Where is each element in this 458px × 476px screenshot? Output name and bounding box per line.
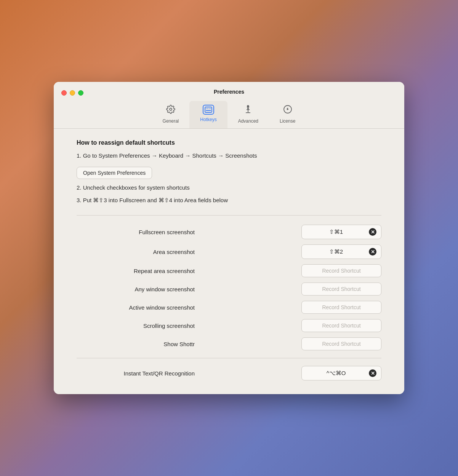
tab-hotkeys[interactable]: Hotkeys [189,101,227,128]
clear-text-qr-button[interactable]: ✕ [369,369,376,377]
tab-advanced-label: Advanced [238,118,258,124]
shortcut-label-text-qr: Instant Text/QR Recognition [77,370,206,377]
shortcut-placeholder-any-window: Record Shortcut [306,286,376,292]
shortcut-input-repeat-area[interactable]: Record Shortcut [301,264,381,277]
shortcut-value-fullscreen: ⇧⌘1 [306,228,366,235]
section-divider-2 [77,358,381,358]
instruction-step-3: 3. Put ⌘⇧3 into Fullscreen and ⌘⇧4 into … [77,196,381,205]
microscope-icon [243,105,253,116]
shortcut-row-repeat-area: Repeat area screenshot Record Shortcut [77,264,381,277]
gear-icon [166,105,175,116]
shortcut-row-any-window: Any window screenshot Record Shortcut [77,283,381,296]
shortcut-input-show-shottr[interactable]: Record Shortcut [301,337,381,350]
tab-general[interactable]: General [152,101,190,128]
shortcut-placeholder-show-shottr: Record Shortcut [306,341,376,347]
shortcut-input-active-window[interactable]: Record Shortcut [301,301,381,314]
shortcut-placeholder-scrolling: Record Shortcut [306,323,376,329]
instruction-step-1: 1. Go to System Preferences → Keyboard →… [77,152,381,160]
shortcut-row-show-shottr: Show Shottr Record Shortcut [77,337,381,350]
instruction-step-2: 2. Uncheck checkboxes for system shortcu… [77,184,381,192]
preferences-window: Preferences General [54,82,404,395]
shortcut-row-fullscreen: Fullscreen screenshot ⇧⌘1 ✕ [77,225,381,239]
shortcut-input-text-qr[interactable]: ^⌥⌘O ✕ [301,366,381,380]
svg-text:$: $ [287,107,288,111]
shortcut-input-any-window[interactable]: Record Shortcut [301,283,381,296]
shortcut-row-scrolling: Scrolling screenshot Record Shortcut [77,319,381,332]
shortcut-label-any-window: Any window screenshot [77,286,206,292]
clear-fullscreen-button[interactable]: ✕ [369,228,376,236]
shortcut-label-active-window: Active window screenshot [77,304,206,311]
shortcut-placeholder-repeat-area: Record Shortcut [306,268,376,274]
shortcut-label-show-shottr: Show Shottr [77,341,206,347]
shortcut-label-area: Area screenshot [77,249,206,255]
window-title: Preferences [214,89,244,95]
tab-advanced[interactable]: Advanced [227,101,269,128]
shortcut-row-text-qr: Instant Text/QR Recognition ^⌥⌘O ✕ [77,366,381,380]
open-system-preferences-button[interactable]: Open System Preferences [77,167,152,179]
shortcut-row-area: Area screenshot ⇧⌘2 ✕ [77,244,381,259]
section-divider-1 [77,215,381,216]
shortcut-value-area: ⇧⌘2 [306,248,366,255]
clear-area-button[interactable]: ✕ [369,248,376,256]
shortcut-label-fullscreen: Fullscreen screenshot [77,229,206,235]
tab-general-label: General [163,118,179,124]
shortcut-input-scrolling[interactable]: Record Shortcut [301,319,381,332]
shortcut-input-fullscreen[interactable]: ⇧⌘1 ✕ [301,225,381,239]
hotkeys-icon [203,105,214,115]
shortcut-input-area[interactable]: ⇧⌘2 ✕ [301,244,381,259]
tab-hotkeys-label: Hotkeys [200,117,216,122]
traffic-lights [61,90,83,96]
content-area: How to reassign default shortcuts 1. Go … [54,129,404,395]
shortcut-row-active-window: Active window screenshot Record Shortcut [77,301,381,314]
license-icon: $ [283,105,292,116]
titlebar: Preferences General [54,82,404,128]
shortcuts-grid: Fullscreen screenshot ⇧⌘1 ✕ Area screens… [77,225,381,350]
close-button[interactable] [61,90,67,96]
tab-bar: General Hotkey [152,101,306,128]
shortcut-label-scrolling: Scrolling screenshot [77,323,206,329]
tab-license-label: License [280,118,295,124]
shortcut-placeholder-active-window: Record Shortcut [306,304,376,310]
shortcut-label-repeat-area: Repeat area screenshot [77,268,206,274]
tab-license[interactable]: $ License [269,101,306,128]
svg-point-0 [170,108,172,110]
instructions-section: How to reassign default shortcuts 1. Go … [77,139,381,205]
shortcut-value-text-qr: ^⌥⌘O [306,370,366,377]
instructions-title: How to reassign default shortcuts [77,139,381,146]
minimize-button[interactable] [70,90,75,96]
svg-rect-1 [205,107,212,112]
maximize-button[interactable] [78,90,83,96]
